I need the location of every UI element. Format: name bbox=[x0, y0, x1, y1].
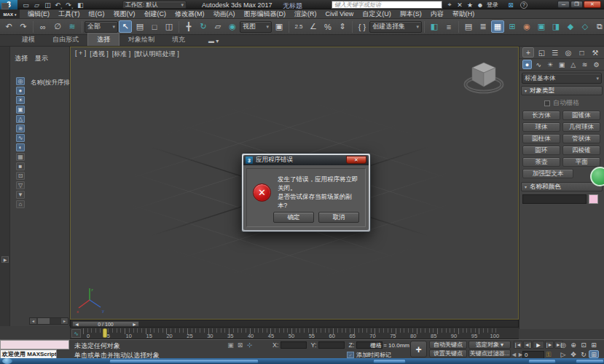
zoom-extents-icon[interactable]: ⊡ bbox=[578, 341, 589, 349]
motion-tab-icon[interactable]: ◎ bbox=[562, 47, 574, 58]
shapes-category-icon[interactable]: ∿ bbox=[534, 60, 544, 69]
play-animation-icon[interactable]: ► bbox=[533, 341, 544, 349]
explorer-tab-display[interactable]: 显示 bbox=[35, 54, 48, 63]
cone-button[interactable]: 圆锥体 bbox=[562, 111, 600, 120]
menu-views[interactable]: 视图(V) bbox=[109, 9, 140, 19]
taskbar-window-button[interactable] bbox=[373, 359, 406, 363]
viewport-pov-label[interactable]: [透视 ] bbox=[90, 50, 109, 59]
render-in-cloud-icon[interactable]: ◇ bbox=[578, 20, 592, 33]
use-pivot-point-center-icon[interactable]: ▣ bbox=[272, 20, 286, 33]
search-icon[interactable]: ⌖ bbox=[444, 1, 455, 9]
object-type-rollout-header[interactable]: ▾ 对象类型 bbox=[521, 86, 603, 95]
pyramid-button[interactable]: 四棱锥 bbox=[562, 146, 600, 155]
favorites-star-icon[interactable]: ★ bbox=[465, 1, 475, 9]
display-shapes-filter-icon[interactable]: ∿ bbox=[16, 134, 25, 142]
toggle-scene-explorer-icon[interactable]: ▤ bbox=[462, 20, 475, 33]
save-file-icon[interactable]: ◫ bbox=[43, 1, 52, 9]
taskbar-window-button[interactable] bbox=[528, 359, 556, 363]
cameras-category-icon[interactable]: ▣ bbox=[557, 60, 566, 69]
teapot-button[interactable]: 茶壶 bbox=[522, 157, 560, 167]
space-warps-category-icon[interactable]: ≋ bbox=[580, 60, 589, 69]
ribbon-tab-freeform[interactable]: 自由形式 bbox=[44, 33, 87, 46]
menu-scripting[interactable]: 脚本(S) bbox=[396, 9, 426, 19]
undo-scene-icon[interactable]: ↶ bbox=[2, 20, 15, 33]
toggle-layer-explorer-icon[interactable]: ≣ bbox=[476, 20, 490, 33]
ribbon-tab-populate[interactable]: 填充 bbox=[163, 33, 194, 46]
mirror-icon[interactable]: ◧ bbox=[428, 20, 441, 33]
time-slider[interactable]: ◄ 0 / 100 ► bbox=[70, 320, 519, 328]
select-and-rotate-icon[interactable]: ↻ bbox=[197, 20, 210, 33]
zoom-extents-all-icon[interactable]: ⊞ bbox=[589, 341, 599, 349]
docked-panel-grip-icon[interactable] bbox=[1, 3, 9, 9]
new-scene-icon[interactable]: ▭ bbox=[21, 1, 31, 9]
x-coordinate-field[interactable] bbox=[281, 341, 307, 349]
menu-tools[interactable]: 工具(T) bbox=[54, 9, 85, 19]
close-button[interactable]: ✕ bbox=[584, 1, 601, 8]
auto-key-button[interactable]: 自动关键点 bbox=[429, 341, 467, 349]
display-helpers-filter-icon[interactable]: △ bbox=[16, 115, 25, 123]
hierarchy-tab-icon[interactable]: ☰ bbox=[549, 47, 561, 58]
project-folder-icon[interactable]: ◧ bbox=[76, 1, 85, 9]
autogrid-checkbox[interactable] bbox=[544, 100, 550, 106]
selected-filter-dropdown[interactable]: 选定对象 ▾ bbox=[468, 341, 511, 349]
display-hidden-filter-icon[interactable]: ▽ bbox=[16, 181, 25, 189]
select-object-icon[interactable]: ↖ bbox=[119, 20, 132, 33]
ribbon-tab-selection[interactable]: 选择 bbox=[87, 33, 119, 46]
communication-center-icon[interactable]: ⊠ bbox=[506, 1, 516, 9]
angle-snap-toggle-icon[interactable]: ∠ bbox=[307, 20, 320, 33]
select-and-link-icon[interactable]: ∞ bbox=[36, 20, 50, 33]
absolute-offset-mode-icon[interactable]: ⊹ bbox=[245, 341, 254, 349]
next-frame-icon[interactable]: |► bbox=[545, 341, 554, 349]
sign-in-link[interactable]: 登录 bbox=[487, 1, 498, 9]
create-tab-icon[interactable]: + bbox=[522, 47, 534, 58]
named-selection-sets-dropdown[interactable]: 创建选择集▾ bbox=[369, 21, 422, 33]
geometry-category-icon[interactable]: ● bbox=[522, 60, 532, 69]
render-production-icon[interactable]: ◆ bbox=[564, 20, 577, 33]
lights-category-icon[interactable]: ☀ bbox=[546, 60, 555, 69]
selection-filter-dropdown[interactable]: 全部▾ bbox=[85, 21, 118, 33]
maximize-button[interactable]: ❐ bbox=[570, 1, 583, 8]
taskbar-window-button[interactable] bbox=[109, 359, 259, 363]
pan-view-icon[interactable]: ✥ bbox=[568, 350, 578, 358]
torus-button[interactable]: 圆环 bbox=[522, 146, 560, 155]
tube-button[interactable]: 管状体 bbox=[562, 134, 600, 143]
redo-scene-icon[interactable]: ↷ bbox=[17, 20, 30, 33]
frame-forward-arrow-icon[interactable]: ► bbox=[132, 322, 137, 327]
modify-tab-icon[interactable]: ◱ bbox=[536, 47, 547, 58]
time-tag-icon[interactable]: ✓ bbox=[347, 352, 354, 358]
sphere-button[interactable]: 球体 bbox=[522, 122, 560, 132]
max-application-menu[interactable]: MAX▾ bbox=[0, 9, 20, 19]
time-slider-thumb[interactable]: ◄ 0 / 100 ► bbox=[72, 321, 139, 327]
ribbon-minimize-icon[interactable]: ▬ ▾ bbox=[204, 36, 223, 46]
helpers-category-icon[interactable]: △ bbox=[568, 60, 578, 69]
display-materials-filter-icon[interactable]: ◐ bbox=[16, 143, 25, 151]
dialog-title-bar[interactable]: 3 应用程序错误 ✕ bbox=[243, 155, 369, 165]
display-none-filter-icon[interactable]: ◎ bbox=[16, 77, 25, 85]
geosphere-button[interactable]: 几何球体 bbox=[562, 122, 600, 132]
menu-modifiers[interactable]: 修改器(M) bbox=[170, 9, 209, 19]
help-icon[interactable]: ? bbox=[520, 1, 527, 9]
menu-graph-editors[interactable]: 图形编辑器(D) bbox=[240, 9, 291, 19]
menu-create[interactable]: 创建(C) bbox=[140, 9, 171, 19]
menu-group[interactable]: 组(G) bbox=[85, 9, 109, 19]
box-button[interactable]: 长方体 bbox=[522, 111, 560, 120]
percent-snap-toggle-icon[interactable]: % bbox=[321, 20, 334, 33]
reference-coordinate-system-dropdown[interactable]: 视图▾ bbox=[240, 21, 272, 33]
workspace-dropdown[interactable]: 工作区: 默认▾ bbox=[122, 1, 187, 9]
select-and-scale-icon[interactable]: ▱ bbox=[211, 20, 224, 33]
current-frame-field[interactable] bbox=[522, 351, 544, 359]
geometry-type-dropdown[interactable]: 标准基本体▾ bbox=[522, 73, 602, 84]
selection-filter-funnel-icon[interactable]: ▼ bbox=[16, 191, 25, 199]
maximize-viewport-toggle-icon[interactable]: ⊞ bbox=[589, 350, 599, 358]
open-mini-curve-editor-icon[interactable]: ∿ bbox=[71, 329, 81, 338]
dialog-close-icon[interactable]: ✕ bbox=[346, 156, 366, 164]
align-icon[interactable]: ≡ bbox=[442, 20, 455, 33]
open-file-icon[interactable]: ▱ bbox=[32, 1, 42, 9]
material-editor-icon[interactable]: ◉ bbox=[520, 20, 533, 33]
display-frozen-filter-icon[interactable]: ⊡ bbox=[16, 172, 25, 180]
display-tab-icon[interactable]: □ bbox=[576, 47, 588, 58]
object-name-field[interactable] bbox=[522, 194, 587, 204]
display-geometry-filter-icon[interactable]: ● bbox=[16, 87, 25, 95]
textplus-button[interactable]: 加强型文本 bbox=[522, 169, 573, 178]
zoom-icon[interactable]: ◎ bbox=[558, 341, 568, 349]
